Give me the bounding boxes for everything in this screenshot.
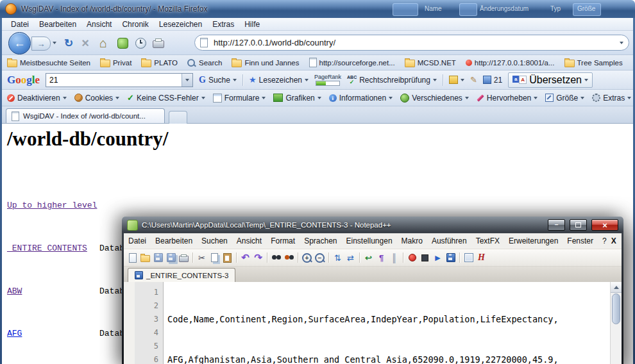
home-button[interactable] [96, 35, 111, 51]
webdev-grafiken[interactable]: Grafiken [273, 94, 321, 103]
find-icon[interactable] [270, 252, 282, 264]
google-search-dropdown[interactable] [182, 74, 192, 87]
bookmark-search[interactable]: Search [187, 59, 222, 67]
play-macro-icon[interactable] [432, 252, 444, 264]
npp-editor[interactable]: 1 2 3 4 5 6 Code,Name,Continent,Region,S… [124, 282, 622, 364]
new-tab-button[interactable] [169, 111, 187, 124]
save-all-icon[interactable] [165, 252, 177, 264]
npp-menu-makro[interactable]: Makro [397, 235, 427, 247]
menu-item-datei[interactable]: Datei [6, 19, 34, 30]
webdev-deaktivieren[interactable]: Deaktivieren [7, 94, 67, 103]
open-file-icon[interactable] [139, 252, 151, 264]
match-count-button[interactable]: 21 [483, 76, 502, 85]
menu-item-ansicht[interactable]: Ansicht [81, 19, 117, 30]
url-dropdown-icon[interactable] [620, 42, 623, 44]
up-to-higher-level-link[interactable]: Up to higher level [7, 199, 97, 213]
spellcheck-button[interactable]: ABC✓ Rechtschreibprüfung [347, 75, 437, 85]
npp-menu-help[interactable]: ? [598, 235, 611, 247]
addon-button[interactable] [115, 35, 130, 51]
dir-link[interactable]: _ENTIRE_CONTENTS [7, 244, 87, 253]
menu-item-extras[interactable]: Extras [207, 19, 239, 30]
save-icon[interactable] [152, 252, 164, 264]
code-area[interactable]: Code,Name,Continent,Region,SurfaceArea,I… [164, 282, 611, 364]
forward-button[interactable] [31, 37, 51, 51]
hex-editor-icon[interactable] [475, 252, 487, 264]
webdev-groesse[interactable]: Größe [545, 94, 584, 103]
npp-menu-bearbeiten[interactable]: Bearbeiten [151, 235, 197, 247]
back-button[interactable] [8, 32, 31, 54]
stop-macro-icon[interactable] [419, 252, 431, 264]
npp-menu-ansicht[interactable]: Ansicht [232, 235, 266, 247]
bookmark-privat[interactable]: Privat [100, 58, 131, 67]
maximize-button[interactable] [570, 219, 587, 231]
highlighter-button[interactable] [470, 75, 477, 85]
close-button[interactable] [591, 219, 618, 231]
google-search-button[interactable]: GSuche [199, 75, 237, 85]
webdev-cookies[interactable]: Cookies [74, 94, 119, 103]
npp-menu-suchen[interactable]: Suchen [197, 235, 232, 247]
record-macro-icon[interactable] [406, 252, 418, 264]
stop-button[interactable] [78, 35, 93, 51]
tab-wsgidav[interactable]: WsgiDAV - Index of /world-db/count... [6, 108, 165, 123]
undo-icon[interactable] [239, 252, 251, 264]
menu-item-bearbeiten[interactable]: Bearbeiten [34, 19, 81, 30]
menu-item-hilfe[interactable]: Hilfe [239, 19, 265, 30]
translate-button[interactable]: aA Übersetzen [508, 72, 593, 88]
npp-tab-entire-contents[interactable]: _ENTIRE_CONTENTS-3 [128, 268, 235, 282]
save-macro-icon[interactable] [444, 252, 457, 264]
webdev-verschiedenes[interactable]: Verschiedenes [400, 94, 469, 103]
menu-item-chronik[interactable]: Chronik [117, 19, 153, 30]
url-bar[interactable] [194, 35, 629, 51]
webdev-css-fehler[interactable]: Keine CSS-Fehler [127, 93, 205, 103]
bookmark-plato[interactable]: PLATO [141, 58, 178, 67]
history-clock-button[interactable] [133, 35, 148, 51]
npp-menu-einstellungen[interactable]: Einstellungen [342, 235, 397, 247]
webdev-formulare[interactable]: Formulare [213, 94, 266, 103]
webdev-hervorheben[interactable]: Hervorheben [477, 94, 538, 103]
zoom-in-icon[interactable]: + [301, 252, 313, 264]
google-search-input[interactable] [46, 75, 182, 85]
menu-item-lesezeichen[interactable]: Lesezeichen [154, 19, 207, 30]
dir-link[interactable]: ABW [7, 286, 22, 296]
npp-menu-sprachen[interactable]: Sprachen [300, 235, 341, 247]
npp-menu-datei[interactable]: Datei [124, 235, 151, 247]
npp-menu-textfx[interactable]: TextFX [471, 235, 504, 247]
bookmark-meistbesuchte-seiten[interactable]: Meistbesuchte Seiten [7, 58, 90, 67]
webdev-informationen[interactable]: Informationen [329, 94, 393, 103]
print-icon[interactable] [178, 252, 190, 264]
vertical-scrollbar[interactable] [610, 282, 622, 364]
refresh-button[interactable] [61, 35, 76, 51]
indent-guides-icon[interactable] [388, 252, 400, 264]
history-dropdown-icon[interactable] [53, 42, 56, 44]
url-input[interactable] [212, 37, 617, 48]
paste-icon[interactable] [221, 252, 233, 264]
npp-menu-ausfuehren[interactable]: Ausführen [427, 235, 471, 247]
new-file-icon[interactable] [126, 252, 139, 264]
npp-menu-erweiterungen[interactable]: Erweiterungen [504, 235, 563, 247]
dir-link[interactable]: AFG [7, 329, 22, 338]
sync-scroll-v-icon[interactable] [332, 252, 344, 264]
bookmark-mcsd-net[interactable]: MCSD.NET [405, 58, 456, 67]
pagerank-indicator[interactable]: PageRank [314, 74, 341, 86]
notepadpp-window[interactable]: C:\Users\Martin\AppData\Local\Temp\_ENTI… [122, 217, 623, 364]
autofill-button[interactable] [449, 76, 464, 84]
minimize-button[interactable] [548, 219, 565, 231]
replace-icon[interactable] [283, 252, 295, 264]
google-search-box[interactable] [46, 73, 193, 87]
cut-icon[interactable] [196, 252, 208, 264]
doc-map-icon[interactable] [462, 252, 475, 264]
bookmark-tree-samples[interactable]: Tree Samples [564, 58, 623, 67]
sync-scroll-h-icon[interactable] [344, 252, 357, 264]
close-document-button[interactable]: X [611, 236, 616, 245]
redo-icon[interactable] [252, 252, 264, 264]
firefox-titlebar[interactable]: WsgiDAV - Index of /world-db/country/ - … [0, 0, 635, 18]
webdev-extras[interactable]: Extras [592, 94, 631, 103]
print-button[interactable] [151, 35, 166, 51]
npp-titlebar[interactable]: C:\Users\Martin\AppData\Local\Temp\_ENTI… [124, 217, 622, 233]
zoom-out-icon[interactable]: − [314, 252, 326, 264]
scrollbar-thumb[interactable] [612, 294, 620, 324]
bookmark-finn-und-jannes[interactable]: Finn und Jannes [232, 58, 299, 67]
bookmark-sourceforge[interactable]: http://sourceforge.net... [309, 58, 395, 67]
bookmark-127-0-0-1-8001[interactable]: http://127.0.0.1:8001/a... [466, 59, 555, 67]
scrollbar-up-button[interactable] [611, 282, 622, 293]
